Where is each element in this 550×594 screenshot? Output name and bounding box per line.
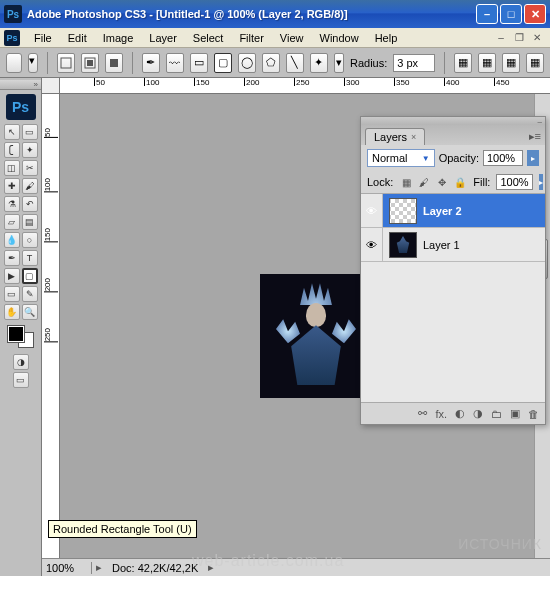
pen-tool[interactable]: ✒ <box>4 250 20 266</box>
lasso-tool[interactable]: ʗ <box>4 142 20 158</box>
link-layers-icon[interactable]: ⚯ <box>418 407 427 420</box>
shape-mode-layer-button[interactable] <box>57 53 75 73</box>
shape-tool[interactable]: ▢ <box>22 268 38 284</box>
layer-group-icon[interactable]: 🗀 <box>491 408 502 420</box>
brush-tool[interactable]: 🖌 <box>22 178 38 194</box>
menu-layer[interactable]: Layer <box>141 30 185 46</box>
screenmode-button[interactable]: ▭ <box>13 372 29 388</box>
visibility-toggle-icon[interactable]: 👁 <box>361 228 383 261</box>
line-shape-button[interactable]: ╲ <box>286 53 304 73</box>
tool-tooltip: Rounded Rectangle Tool (U) <box>48 520 197 538</box>
opacity-input[interactable]: 100% <box>483 150 523 166</box>
layer-thumbnail[interactable] <box>389 232 417 258</box>
shape-options-dropdown[interactable]: ▾ <box>334 53 344 73</box>
lock-pixels-icon[interactable]: 🖌 <box>417 175 431 189</box>
menu-window[interactable]: Window <box>312 30 367 46</box>
path-area-intersect-button[interactable]: ▦ <box>526 53 544 73</box>
panel-collapse-icon[interactable]: – <box>538 117 542 125</box>
menu-select[interactable]: Select <box>185 30 232 46</box>
fill-slider-arrow[interactable]: ▸ <box>539 174 543 190</box>
blur-tool[interactable]: 💧 <box>4 232 20 248</box>
dodge-tool[interactable]: ○ <box>22 232 38 248</box>
close-button[interactable]: ✕ <box>524 4 546 24</box>
healing-tool[interactable]: ✚ <box>4 178 20 194</box>
tab-close-icon[interactable]: × <box>411 132 416 142</box>
panel-collapse-bar[interactable]: – <box>361 117 545 125</box>
custom-shape-button[interactable]: ✦ <box>310 53 328 73</box>
foreground-color-swatch[interactable] <box>8 326 24 342</box>
path-area-new-button[interactable]: ▦ <box>454 53 472 73</box>
shape-mode-fill-button[interactable] <box>105 53 123 73</box>
layer-style-icon[interactable]: fx. <box>435 408 447 420</box>
ellipse-shape-button[interactable]: ◯ <box>238 53 256 73</box>
layer-name[interactable]: Layer 2 <box>423 205 462 217</box>
panel-menu-icon[interactable]: ▸≡ <box>525 128 545 145</box>
toolbox-header[interactable]: » <box>0 80 41 90</box>
pen-icon[interactable]: ✒ <box>142 53 160 73</box>
gradient-tool[interactable]: ▤ <box>22 214 38 230</box>
tool-preset-button[interactable] <box>6 53 22 73</box>
rectangle-shape-button[interactable]: ▭ <box>190 53 208 73</box>
wand-tool[interactable]: ✦ <box>22 142 38 158</box>
delete-layer-icon[interactable]: 🗑 <box>528 408 539 420</box>
canvas-image <box>277 283 355 388</box>
visibility-toggle-icon[interactable]: 👁 <box>361 194 383 227</box>
blend-mode-dropdown[interactable]: Normal ▼ <box>367 149 435 167</box>
tool-preset-dropdown[interactable]: ▾ <box>28 53 38 73</box>
mdi-close-icon[interactable]: ✕ <box>530 32 544 44</box>
layer-name[interactable]: Layer 1 <box>423 239 460 251</box>
document-canvas[interactable] <box>260 274 372 398</box>
rounded-rectangle-shape-button[interactable]: ▢ <box>214 53 232 73</box>
lock-position-icon[interactable]: ✥ <box>435 175 449 189</box>
path-select-tool[interactable]: ▶ <box>4 268 20 284</box>
mdi-restore-icon[interactable]: ❐ <box>512 32 526 44</box>
polygon-shape-button[interactable]: ⬠ <box>262 53 280 73</box>
layer-item[interactable]: 👁 Layer 1 <box>361 228 545 262</box>
layer-thumbnail[interactable] <box>389 198 417 224</box>
lock-all-icon[interactable]: 🔒 <box>453 175 467 189</box>
type-tool[interactable]: T <box>22 250 38 266</box>
path-area-add-button[interactable]: ▦ <box>478 53 496 73</box>
layers-tab-label: Layers <box>374 131 407 143</box>
slice-tool[interactable]: ✂ <box>22 160 38 176</box>
layers-tab[interactable]: Layers × <box>365 128 425 145</box>
layer-item[interactable]: 👁 Layer 2 <box>361 194 545 228</box>
app-menu-icon[interactable]: Ps <box>4 30 20 46</box>
fill-input[interactable]: 100% <box>496 174 532 190</box>
freeform-pen-icon[interactable]: 〰 <box>166 53 184 73</box>
notes-tool[interactable]: ▭ <box>4 286 20 302</box>
menu-filter[interactable]: Filter <box>231 30 271 46</box>
canvas-area[interactable]: 50 100 150 200 250 300 350 400 450 50 10… <box>42 78 550 576</box>
radius-input[interactable] <box>393 54 435 72</box>
eraser-tool[interactable]: ▱ <box>4 214 20 230</box>
menu-image[interactable]: Image <box>95 30 142 46</box>
menu-view[interactable]: View <box>272 30 312 46</box>
stamp-tool[interactable]: ⚗ <box>4 196 20 212</box>
quickmask-button[interactable]: ◑ <box>13 354 29 370</box>
layers-panel[interactable]: – Layers × ▸≡ Normal ▼ Opacity: 100% ▸ L… <box>360 116 546 425</box>
adjustment-layer-icon[interactable]: ◑ <box>473 407 483 420</box>
layer-mask-icon[interactable]: ◐ <box>455 407 465 420</box>
menu-edit[interactable]: Edit <box>60 30 95 46</box>
opacity-slider-arrow[interactable]: ▸ <box>527 150 539 166</box>
zoom-tool[interactable]: 🔍 <box>22 304 38 320</box>
menu-help[interactable]: Help <box>367 30 406 46</box>
new-layer-icon[interactable]: ▣ <box>510 407 520 420</box>
zoom-field[interactable]: 100% <box>42 562 92 574</box>
menu-file[interactable]: File <box>26 30 60 46</box>
status-dropdown-icon[interactable]: ▸ <box>92 561 106 574</box>
mdi-minimize-icon[interactable]: – <box>494 32 508 44</box>
path-area-subtract-button[interactable]: ▦ <box>502 53 520 73</box>
maximize-button[interactable]: □ <box>500 4 522 24</box>
history-brush-tool[interactable]: ↶ <box>22 196 38 212</box>
lock-transparency-icon[interactable]: ▦ <box>399 175 413 189</box>
eyedropper-tool[interactable]: ✎ <box>22 286 38 302</box>
watermark: ИСТОЧНИК <box>458 536 542 552</box>
shape-mode-path-button[interactable] <box>81 53 99 73</box>
crop-tool[interactable]: ◫ <box>4 160 20 176</box>
minimize-button[interactable]: – <box>476 4 498 24</box>
move-tool[interactable]: ↖ <box>4 124 20 140</box>
hand-tool[interactable]: ✋ <box>4 304 20 320</box>
color-swatch[interactable] <box>8 326 34 348</box>
marquee-tool[interactable]: ▭ <box>22 124 38 140</box>
